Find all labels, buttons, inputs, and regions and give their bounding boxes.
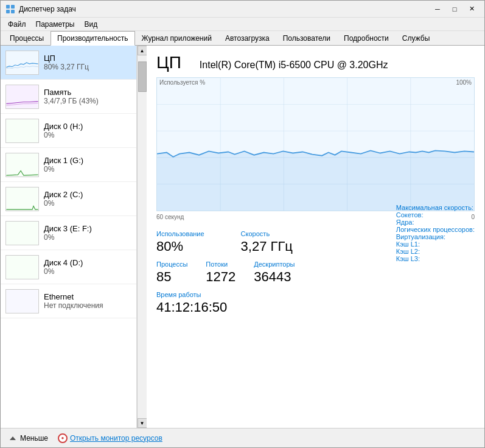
right-label-sockets: Сокетов: xyxy=(396,211,475,219)
tab-app-history[interactable]: Журнал приложений xyxy=(135,31,218,45)
threads-value: 1272 xyxy=(206,269,236,285)
usage-label: Использование xyxy=(156,230,204,237)
memory-sidebar-stat: 3,4/7,9 ГБ (43%) xyxy=(44,97,131,105)
usage-stat: Использование 80% xyxy=(156,230,204,254)
sidebar-item-disk2[interactable]: Диск 2 (C:) 0% xyxy=(1,182,136,216)
scroll-up-arrow[interactable]: ▲ xyxy=(138,46,147,55)
ethernet-sidebar-info: Ethernet Нет подключения xyxy=(44,292,131,310)
task-manager-window: Диспетчер задач ─ □ ✕ Файл Параметры Вид… xyxy=(0,0,485,448)
speed-label: Скорость xyxy=(241,230,293,237)
scroll-thumb[interactable] xyxy=(138,61,147,92)
disk3-sidebar-name: Диск 3 (E: F:) xyxy=(44,224,131,233)
tab-users[interactable]: Пользователи xyxy=(276,31,337,45)
svg-marker-21 xyxy=(10,436,16,440)
sidebar-item-disk0[interactable]: Диск 0 (H:) 0% xyxy=(1,114,136,148)
scroll-track[interactable] xyxy=(138,55,147,418)
right-label-logical: Логических процессоров: xyxy=(396,226,475,233)
disk2-sidebar-name: Диск 2 (C:) xyxy=(44,190,131,199)
graph-label-top: Используется % xyxy=(159,79,205,86)
tab-services[interactable]: Службы xyxy=(396,31,436,45)
scroll-down-arrow[interactable]: ▼ xyxy=(138,418,147,428)
cpu-sidebar-name: ЦП xyxy=(44,54,131,63)
stats-row-2: Процессы 85 Потоки 1272 Дескрипторы 3644… xyxy=(156,261,475,285)
disk0-sidebar-info: Диск 0 (H:) 0% xyxy=(44,122,131,139)
main-panel: ЦП Intel(R) Core(TM) i5-6500 CPU @ 3.20G… xyxy=(147,46,484,428)
svg-marker-20 xyxy=(157,150,474,211)
right-label-l3: Кэш L3: xyxy=(396,255,475,262)
sidebar-item-disk1[interactable]: Диск 1 (G:) 0% xyxy=(1,148,136,182)
sidebar-item-memory[interactable]: Память 3,4/7,9 ГБ (43%) xyxy=(1,80,136,114)
disk2-sidebar-info: Диск 2 (C:) 0% xyxy=(44,190,131,208)
tab-performance[interactable]: Производительность xyxy=(51,31,134,46)
cpu-sidebar-stat: 80% 3,27 ГГц xyxy=(44,63,131,71)
minimize-button[interactable]: ─ xyxy=(430,3,445,15)
right-label-l2: Кэш L2: xyxy=(396,248,475,255)
menu-view[interactable]: Вид xyxy=(79,19,102,30)
tab-startup[interactable]: Автозагрузка xyxy=(218,31,276,45)
uptime-value: 41:12:16:50 xyxy=(156,299,475,315)
less-label: Меньше xyxy=(20,434,48,443)
memory-sidebar-info: Память 3,4/7,9 ГБ (43%) xyxy=(44,88,131,105)
svg-rect-1 xyxy=(11,5,15,9)
app-icon xyxy=(5,4,15,14)
maximize-button[interactable]: □ xyxy=(447,3,462,15)
ethernet-sidebar-name: Ethernet xyxy=(44,292,131,301)
disk4-sidebar-stat: 0% xyxy=(44,267,131,276)
svg-rect-0 xyxy=(6,5,10,9)
disk0-thumb xyxy=(5,119,39,143)
right-label-max-speed: Максимальная скорость: xyxy=(396,204,475,211)
monitor-link[interactable]: Открыть монитор ресурсов xyxy=(70,434,162,443)
disk3-thumb xyxy=(5,221,39,245)
close-button[interactable]: ✕ xyxy=(464,3,480,15)
cpu-title: ЦП xyxy=(156,53,181,72)
disk1-sidebar-stat: 0% xyxy=(44,165,131,173)
sidebar-item-disk3[interactable]: Диск 3 (E: F:) 0% xyxy=(1,216,136,250)
svg-rect-2 xyxy=(6,10,10,13)
menu-file[interactable]: Файл xyxy=(3,19,31,30)
sidebar-scrollbar[interactable]: ▲ ▼ xyxy=(137,46,147,428)
cpu-name: Intel(R) Core(TM) i5-6500 CPU @ 3.20GHz xyxy=(200,60,388,71)
right-info-panel: Максимальная скорость: Сокетов: Ядра: Ло… xyxy=(396,204,475,262)
ethernet-thumb xyxy=(5,289,39,313)
threads-stat: Потоки 1272 xyxy=(206,261,236,285)
disk4-sidebar-info: Диск 4 (D:) 0% xyxy=(44,258,131,276)
disk3-sidebar-stat: 0% xyxy=(44,233,131,242)
title-bar-buttons: ─ □ ✕ xyxy=(430,3,480,15)
cpu-header: ЦП Intel(R) Core(TM) i5-6500 CPU @ 3.20G… xyxy=(156,53,475,72)
cpu-graph: Используется % 100% xyxy=(156,77,475,211)
cpu-sidebar-info: ЦП 80% 3,27 ГГц xyxy=(44,54,131,71)
sidebar-item-ethernet[interactable]: Ethernet Нет подключения xyxy=(1,284,136,318)
cpu-thumb xyxy=(5,51,39,75)
speed-stat: Скорость 3,27 ГГц xyxy=(241,230,293,254)
menu-parameters[interactable]: Параметры xyxy=(31,19,80,30)
right-label-virtualization: Виртуализация: xyxy=(396,233,475,240)
descriptors-label: Дескрипторы xyxy=(254,261,295,268)
svg-rect-11 xyxy=(6,290,38,313)
sidebar-item-cpu[interactable]: ЦП 80% 3,27 ГГц xyxy=(1,46,136,80)
graph-time-label: 60 секунд xyxy=(156,214,184,220)
threads-label: Потоки xyxy=(206,261,236,268)
processes-value: 85 xyxy=(156,269,187,285)
descriptors-value: 36443 xyxy=(254,269,295,285)
window-title: Диспетчер задач xyxy=(19,5,76,13)
less-button[interactable]: Меньше xyxy=(5,432,51,444)
right-label-l1: Кэш L1: xyxy=(396,240,475,248)
uptime-label: Время работы xyxy=(156,291,475,298)
tab-processes[interactable]: Процессы xyxy=(3,31,51,45)
tab-details[interactable]: Подробности xyxy=(337,31,396,45)
disk4-thumb xyxy=(5,255,39,279)
sidebar-item-disk4[interactable]: Диск 4 (D:) 0% xyxy=(1,250,136,284)
disk1-sidebar-name: Диск 1 (G:) xyxy=(44,156,131,165)
disk0-sidebar-stat: 0% xyxy=(44,131,131,139)
right-label-cores: Ядра: xyxy=(396,219,475,226)
disk3-sidebar-info: Диск 3 (E: F:) 0% xyxy=(44,224,131,242)
uptime-section: Время работы 41:12:16:50 xyxy=(156,291,475,315)
usage-value: 80% xyxy=(156,239,204,254)
sidebar-container: ЦП 80% 3,27 ГГц Память xyxy=(1,46,147,428)
disk2-thumb xyxy=(5,187,39,211)
bottom-bar: Меньше ● Открыть монитор ресурсов xyxy=(1,428,484,447)
sidebar: ЦП 80% 3,27 ГГц Память xyxy=(1,46,137,428)
disk0-sidebar-name: Диск 0 (H:) xyxy=(44,122,131,131)
svg-rect-6 xyxy=(6,119,38,142)
monitor-link-container[interactable]: ● Открыть монитор ресурсов xyxy=(58,433,162,443)
